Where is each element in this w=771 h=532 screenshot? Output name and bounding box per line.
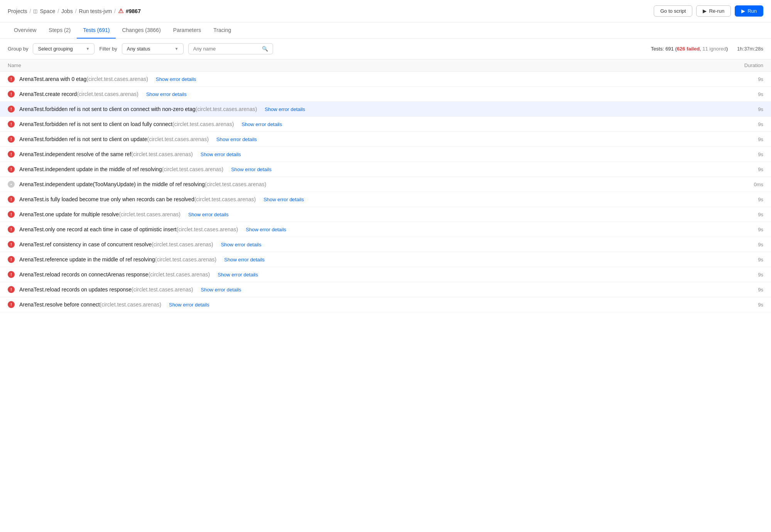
test-duration: 9s (746, 136, 763, 142)
row-left: ! ArenaTest.is fully loaded become true … (8, 196, 746, 203)
play-icon: ▶ (703, 8, 707, 14)
row-left: ! ArenaTest.one update for multiple reso… (8, 211, 746, 218)
table-row[interactable]: ! ArenaTest.reload records on updates re… (0, 282, 771, 297)
show-error-link[interactable]: Show error details (241, 121, 282, 127)
status-icon-container: ! (8, 121, 15, 128)
row-right: 9s (746, 136, 763, 142)
table-row[interactable]: ! ArenaTest.reload records on connectAre… (0, 267, 771, 282)
col-name-header: Name (8, 62, 21, 68)
status-icon-container: ! (8, 241, 15, 248)
table-row[interactable]: ! ArenaTest.forbidden ref is not sent to… (0, 132, 771, 147)
test-duration: 9s (746, 106, 763, 112)
show-error-link[interactable]: Show error details (263, 197, 304, 202)
error-status-icon: ! (8, 166, 15, 173)
table-row[interactable]: ! ArenaTest.ref consistency in case of c… (0, 237, 771, 252)
status-icon-container: ! (8, 286, 15, 293)
tab-overview[interactable]: Overview (8, 22, 42, 39)
name-search-input[interactable] (193, 46, 260, 52)
tab-tests[interactable]: Tests (691) (77, 22, 116, 39)
error-status-icon: ! (8, 286, 15, 293)
table-row[interactable]: ! ArenaTest.forbidden ref is not sent to… (0, 102, 771, 117)
row-right: 9s (746, 76, 763, 82)
error-status-icon: ! (8, 136, 15, 143)
run-button[interactable]: ▶ Run (735, 5, 763, 17)
show-error-link[interactable]: Show error details (216, 136, 257, 142)
show-error-link[interactable]: Show error details (224, 257, 265, 263)
show-error-link[interactable]: Show error details (246, 227, 286, 232)
go-to-script-button[interactable]: Go to script (654, 5, 692, 17)
test-package: (circlet.test.cases.arenas) (194, 196, 256, 202)
run-id-label: #9867 (126, 8, 141, 14)
breadcrumb-sep-2: / (57, 8, 59, 14)
show-error-link[interactable]: Show error details (201, 287, 241, 293)
status-icon-container: ! (8, 151, 15, 158)
test-duration: 9s (746, 212, 763, 217)
test-package: (circlet.test.cases.arenas) (196, 106, 257, 112)
run-label: Run (747, 8, 757, 14)
show-error-link[interactable]: Show error details (169, 302, 209, 308)
status-icon-container: ! (8, 211, 15, 218)
row-left: ! ArenaTest.reload records on updates re… (8, 286, 746, 293)
breadcrumb-run-tests[interactable]: Run tests-jvm (79, 8, 112, 14)
test-name: ArenaTest.one update for multiple resolv… (19, 211, 181, 217)
filter-by-select[interactable]: Any status ▼ (122, 43, 184, 54)
show-error-link[interactable]: Show error details (156, 76, 196, 82)
show-error-link[interactable]: Show error details (218, 272, 258, 278)
error-status-icon: ! (8, 106, 15, 113)
breadcrumb-space[interactable]: Space (40, 8, 55, 14)
filter-by-value: Any status (127, 46, 150, 52)
table-row[interactable]: ! ArenaTest.reference update in the midd… (0, 252, 771, 267)
tabs-bar: Overview Steps (2) Tests (691) Changes (… (0, 22, 771, 39)
show-error-link[interactable]: Show error details (265, 106, 305, 112)
test-name: ArenaTest.resolve before connect(circlet… (19, 301, 161, 308)
row-right: 9s (746, 121, 763, 127)
table-row[interactable]: ! ArenaTest.is fully loaded become true … (0, 192, 771, 207)
table-row[interactable]: ! ArenaTest.independent resolve of the s… (0, 147, 771, 162)
show-error-link[interactable]: Show error details (231, 167, 272, 172)
row-left: ! ArenaTest.forbidden ref is not sent to… (8, 106, 746, 113)
test-duration: 0ms (746, 182, 763, 187)
tab-steps[interactable]: Steps (2) (42, 22, 77, 39)
breadcrumb-jobs[interactable]: Jobs (61, 8, 73, 14)
test-duration: 9s (746, 302, 763, 308)
row-right: 9s (746, 152, 763, 157)
breadcrumb-bar: Projects / ◫ Space / Jobs / Run tests-jv… (0, 0, 771, 22)
breadcrumb-projects[interactable]: Projects (8, 8, 27, 14)
test-package: (circlet.test.cases.arenas) (119, 211, 181, 217)
test-duration: 9s (746, 91, 763, 97)
test-package: (circlet.test.cases.arenas) (172, 121, 234, 127)
tab-tracing[interactable]: Tracing (207, 22, 237, 39)
test-name: ArenaTest.ref consistency in case of con… (19, 241, 213, 247)
error-status-icon: ! (8, 91, 15, 98)
table-row[interactable]: ! ArenaTest.forbidden ref is not sent to… (0, 117, 771, 132)
test-duration: 9s (746, 272, 763, 278)
show-error-link[interactable]: Show error details (221, 242, 261, 247)
table-row[interactable]: ! ArenaTest.create record(circlet.test.c… (0, 87, 771, 102)
group-by-select[interactable]: Select grouping ▼ (33, 43, 94, 54)
status-icon-container: ! (8, 256, 15, 263)
row-right: 9s (746, 302, 763, 308)
error-status-icon: ! (8, 226, 15, 233)
test-package: (circlet.test.cases.arenas) (152, 241, 213, 247)
show-error-link[interactable]: Show error details (201, 152, 241, 157)
table-row[interactable]: ! ArenaTest.only one record at each time… (0, 222, 771, 237)
tab-changes[interactable]: Changes (3866) (116, 22, 167, 39)
row-left: ! ArenaTest.ref consistency in case of c… (8, 241, 746, 248)
tab-parameters[interactable]: Parameters (167, 22, 207, 39)
show-error-link[interactable]: Show error details (188, 212, 229, 217)
test-name: ArenaTest.independent resolve of the sam… (19, 151, 193, 157)
table-row[interactable]: ! ArenaTest.one update for multiple reso… (0, 207, 771, 222)
table-row[interactable]: ! ArenaTest.arena with 0 etag(circlet.te… (0, 72, 771, 87)
show-error-link[interactable]: Show error details (146, 91, 187, 97)
table-row[interactable]: ! ArenaTest.resolve before connect(circl… (0, 297, 771, 312)
group-by-value: Select grouping (38, 46, 73, 52)
error-status-icon: ! (8, 121, 15, 128)
table-row[interactable]: ! ArenaTest.independent update in the mi… (0, 162, 771, 177)
filter-row: Group by Select grouping ▼ Filter by Any… (0, 39, 771, 59)
re-run-button[interactable]: ▶ Re-run (696, 5, 731, 17)
test-name: ArenaTest.independent update(TooManyUpda… (19, 181, 266, 187)
name-search-container[interactable]: 🔍 (188, 43, 273, 54)
test-name: ArenaTest.reload records on updates resp… (19, 286, 193, 293)
test-package: (circlet.test.cases.arenas) (132, 286, 193, 293)
table-row[interactable]: • ArenaTest.independent update(TooManyUp… (0, 177, 771, 192)
